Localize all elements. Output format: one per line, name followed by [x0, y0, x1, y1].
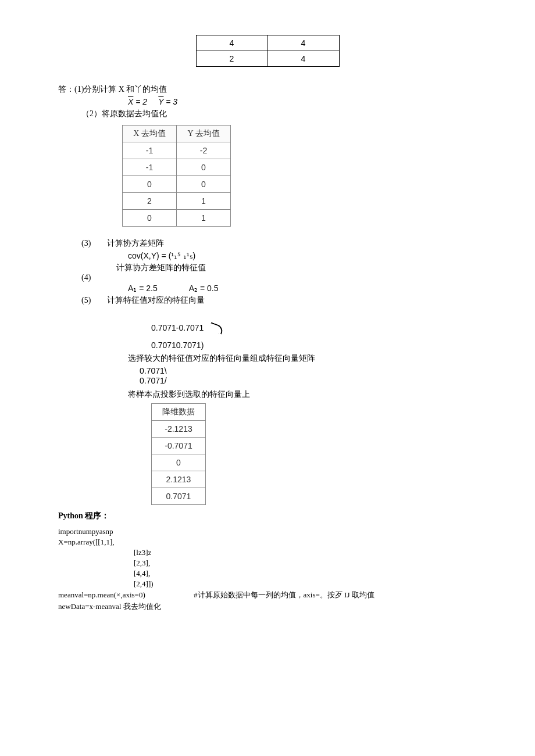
- answer-intro: 答：(1)分别计算 X 和丫的均值: [58, 84, 477, 95]
- python-label: Python 程序：: [58, 511, 477, 521]
- eigenvector-1: 0.7071-0.7071: [151, 323, 477, 332]
- reduced-data-table: 降维数据 -2.1213 -0.7071 0 2.1213 0.7071: [151, 403, 206, 505]
- table-row: -2.1213: [152, 420, 206, 437]
- code-line: X=np.array([[1,1],: [58, 538, 477, 547]
- table-header-row: 降维数据: [152, 403, 206, 420]
- cell: 0: [152, 454, 206, 471]
- cell: 2: [123, 193, 177, 210]
- table-row: 2 4: [196, 51, 339, 67]
- vec-b: 0.7071/: [140, 376, 477, 386]
- step3-label: 计算协方差矩阵: [107, 239, 164, 248]
- chosen-eigvec: 0.7071\ 0.7071/: [140, 366, 477, 386]
- cell: 0.7071: [152, 488, 206, 504]
- code-line: [lz3]z: [134, 548, 477, 557]
- cell: 2.1213: [152, 471, 206, 488]
- eigenvector-2: 0.70710.7071): [151, 341, 477, 350]
- cell: 2: [196, 51, 268, 67]
- document-page: 4 4 2 4 答：(1)分别计算 X 和丫的均值 X = 2 Y = 3 （2…: [0, 0, 535, 636]
- code-line: meanval=np.mean(×,axis=0) #计算原始数据中每一列的均值…: [58, 590, 477, 600]
- code-line: [2,3],: [134, 558, 477, 568]
- cov-formula: cov(X,Y) = (¹₁⁵ ₁¹₅): [128, 251, 477, 260]
- select-eigvec-text: 选择较大的特征值对应的特征向量组成特征向量矩阵: [128, 353, 477, 364]
- cell: -2: [177, 142, 231, 159]
- table-row: -0.7071: [152, 437, 206, 454]
- table-row: -1-2: [123, 142, 231, 159]
- header-y: Y 去均值: [177, 126, 231, 142]
- cell: 0: [177, 159, 231, 176]
- table-row: 0.7071: [152, 488, 206, 504]
- step2-label: （2）将原数据去均值化: [81, 109, 477, 119]
- step4: (4) 计算协方差矩阵的特征值: [81, 263, 477, 273]
- step5-label: 计算特征值对应的特征向量: [107, 296, 205, 304]
- python-code: importnumpyasnp X=np.array([[1,1], [lz3]…: [58, 527, 477, 612]
- table-row: 4 4: [196, 35, 339, 51]
- swoosh-icon: [209, 323, 224, 335]
- code-text: meanval=np.mean(×,axis=0): [58, 590, 145, 599]
- eigvec1-text: 0.7071-0.7071: [151, 323, 204, 332]
- cell: -0.7071: [152, 437, 206, 454]
- cell: 4: [268, 35, 339, 51]
- step4-label: 计算协方差矩阵的特征值: [116, 263, 206, 272]
- cell: 1: [177, 210, 231, 227]
- table-row: 0: [152, 454, 206, 471]
- step5-num: (5): [81, 296, 105, 305]
- reduced-header: 降维数据: [152, 403, 206, 420]
- header-x: X 去均值: [123, 126, 177, 142]
- project-text: 将样本点投影到选取的特征向量上: [128, 389, 477, 400]
- eig-a2: A₂ = 0.5: [189, 284, 219, 293]
- cell: 4: [268, 51, 339, 67]
- eig-a1: A₁ = 2.5: [128, 284, 158, 293]
- step3-num: (3): [81, 239, 105, 248]
- code-line: [4,4],: [134, 569, 477, 578]
- cell: 0: [177, 176, 231, 193]
- code-comment: #计算原始数据中每一列的均值，axis=。按歹 IJ 取均值: [194, 590, 374, 599]
- cell: 4: [196, 35, 268, 51]
- eigenvalues: A₁ = 2.5 A₂ = 0.5: [128, 284, 477, 293]
- vec-a: 0.7071\: [140, 366, 477, 376]
- mean-values: X = 2 Y = 3: [128, 97, 477, 106]
- table-row: -10: [123, 159, 231, 176]
- cell: 0: [123, 176, 177, 193]
- mean-y: Y: [158, 97, 163, 106]
- cell: 1: [177, 193, 231, 210]
- cell: -1: [123, 142, 177, 159]
- table-row: 01: [123, 210, 231, 227]
- table-row: 00: [123, 176, 231, 193]
- step5: (5) 计算特征值对应的特征向量: [81, 295, 477, 306]
- code-line: [2,4]]): [134, 579, 477, 589]
- table-row: 2.1213: [152, 471, 206, 488]
- demean-table: X 去均值 Y 去均值 -1-2 -10 00 21 01: [122, 125, 231, 227]
- cell: -2.1213: [152, 420, 206, 437]
- step3: (3) 计算协方差矩阵: [81, 238, 477, 249]
- table-header-row: X 去均值 Y 去均值: [123, 126, 231, 142]
- cell: 0: [123, 210, 177, 227]
- mean-x: X: [128, 97, 133, 106]
- code-line: newData=x-meanval 我去均值化: [58, 601, 477, 612]
- cell: -1: [123, 159, 177, 176]
- step4-num: (4): [81, 273, 105, 282]
- top-data-table: 4 4 2 4: [196, 35, 340, 67]
- table-row: 21: [123, 193, 231, 210]
- code-line: importnumpyasnp: [58, 527, 477, 536]
